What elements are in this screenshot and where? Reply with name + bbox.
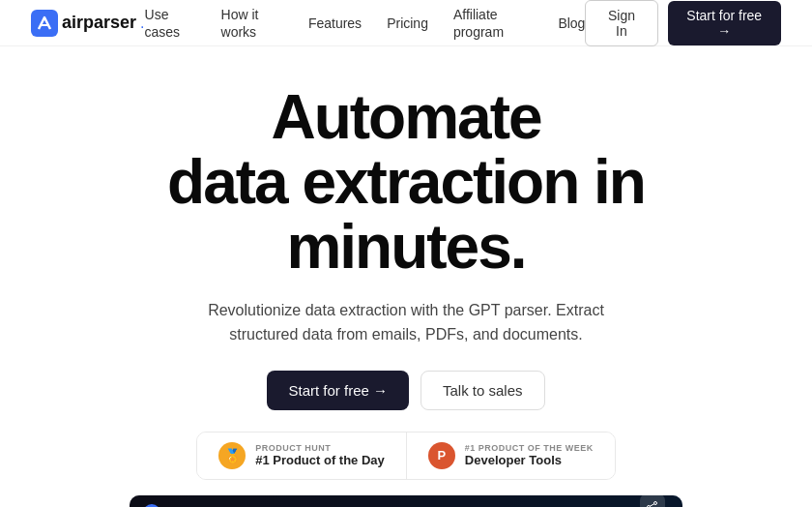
badge-day-label-top: PRODUCT HUNT	[255, 443, 385, 453]
nav-actions: Sign In Start for free →	[585, 0, 781, 46]
video-share-button[interactable]: Partager	[635, 495, 669, 507]
nav-link-how-it-works[interactable]: How it works	[221, 7, 259, 40]
nav-link-pricing[interactable]: Pricing	[387, 15, 428, 31]
medal-icon: 🏅	[218, 442, 246, 469]
hero-sales-button[interactable]: Talk to sales	[420, 371, 545, 410]
hero-start-button[interactable]: Start for free →	[267, 371, 409, 410]
signin-button[interactable]: Sign In	[585, 0, 657, 46]
badge-week-text: #1 PRODUCT OF THE WEEK Developer Tools	[465, 443, 594, 467]
badges-container: 🏅 PRODUCT HUNT #1 Product of the Day P #…	[196, 432, 616, 480]
svg-line-5	[650, 504, 653, 506]
hero-title-line1: Automate	[271, 82, 540, 152]
hero-buttons: Start for free → Talk to sales	[267, 371, 544, 410]
hero-subtitle: Revolutionize data extraction with the G…	[193, 298, 619, 347]
start-free-button[interactable]: Start for free →	[668, 1, 781, 45]
nav-link-blog[interactable]: Blog	[558, 15, 585, 31]
video-thumbnail[interactable]: Airparser: Data Extraction Powered By GP…	[130, 495, 682, 507]
badge-day-label-main: #1 Product of the Day	[255, 453, 385, 467]
badge-product-week: P #1 PRODUCT OF THE WEEK Developer Tools	[407, 432, 615, 479]
hero-title-line2: data extraction in	[167, 147, 645, 217]
nav-link-affiliate[interactable]: Affiliate program	[453, 7, 504, 40]
nav-link-use-cases[interactable]: Use cases	[145, 7, 181, 40]
badge-week-label-main: Developer Tools	[465, 453, 594, 467]
badge-product-day: 🏅 PRODUCT HUNT #1 Product of the Day	[197, 432, 407, 479]
logo[interactable]: airparser.	[31, 10, 145, 37]
svg-rect-0	[31, 10, 58, 37]
hero-title: Automate data extraction in minutes.	[167, 85, 645, 281]
svg-point-2	[653, 501, 656, 504]
hero-title-line3: minutes.	[286, 212, 525, 282]
nav-link-features[interactable]: Features	[308, 15, 362, 31]
badge-day-text: PRODUCT HUNT #1 Product of the Day	[255, 443, 385, 467]
video-bar: Airparser: Data Extraction Powered By GP…	[130, 495, 682, 507]
logo-text: airparser	[62, 13, 136, 33]
navbar: airparser. Use cases How it works Featur…	[0, 0, 812, 46]
nav-links: Use cases How it works Features Pricing …	[145, 6, 586, 41]
ph-icon: P	[428, 442, 455, 469]
badge-week-label-top: #1 PRODUCT OF THE WEEK	[465, 443, 594, 453]
share-icon	[640, 495, 665, 507]
hero-section: Automate data extraction in minutes. Rev…	[0, 46, 812, 507]
